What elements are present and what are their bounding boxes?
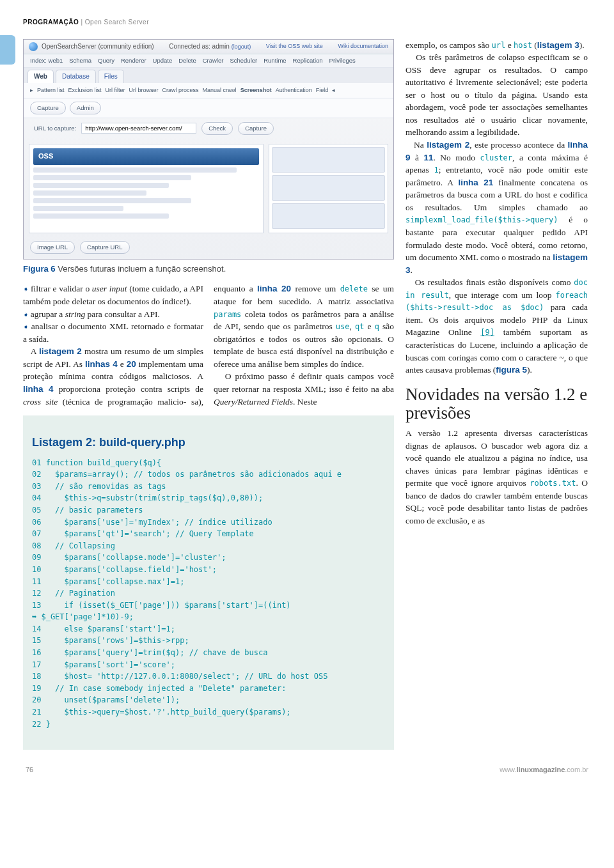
url-label: URL to capture: <box>34 124 76 133</box>
globe-icon <box>29 42 38 51</box>
arrow-icon: ➧ <box>23 311 31 318</box>
figure-caption: Figura 6 Versões futuras incluem a funçã… <box>23 263 394 283</box>
preview-main: OSS <box>29 144 264 233</box>
tab-web: Web <box>28 70 54 84</box>
header-section: PROGRAMAÇÃO <box>23 19 79 26</box>
right-column: exemplo, os campos são url e host (lista… <box>405 39 588 750</box>
page-header: PROGRAMAÇÃO | Open Search Server <box>23 18 591 27</box>
page-footer: 76 www.linuxmagazine.com.br <box>23 765 591 775</box>
check-button: Check <box>201 122 233 135</box>
code-listing: Listagem 2: build-query.php01 function b… <box>23 415 394 750</box>
tab-database: Database <box>56 70 96 84</box>
listing-title: Listagem 2: build-query.php <box>32 434 385 452</box>
arrow-icon: ➧ <box>23 285 31 293</box>
section-heading: Novidades na versão 1.2 e previsões <box>405 385 588 423</box>
shot-tabs: Web Database Files <box>24 68 393 84</box>
header-topic: Open Search Server <box>85 19 149 26</box>
capture-url-button: Capture URL <box>80 241 129 254</box>
shot-row1: Index: web1SchemaQueryRendererUpdateDele… <box>24 54 393 68</box>
page-number: 76 <box>26 765 33 775</box>
shot-row2: ▸ Pattern listExclusion listUrl filterUr… <box>24 83 393 98</box>
capture-button: Capture <box>238 122 274 135</box>
app-title: OpenSearchServer (community edition) <box>42 42 154 52</box>
arrow-icon: ➧ <box>23 323 31 330</box>
body-text: ➧ filtrar e validar o user input (tome c… <box>23 283 394 408</box>
image-url-button: Image URL <box>30 241 75 254</box>
figure-screenshot: OpenSearchServer (community edition) Con… <box>23 39 394 260</box>
tab-files: Files <box>98 70 124 84</box>
shot-row3: Capture Admin <box>24 98 393 118</box>
url-input <box>81 123 196 134</box>
preview-side <box>269 144 388 233</box>
page-tab-mark <box>0 35 15 65</box>
